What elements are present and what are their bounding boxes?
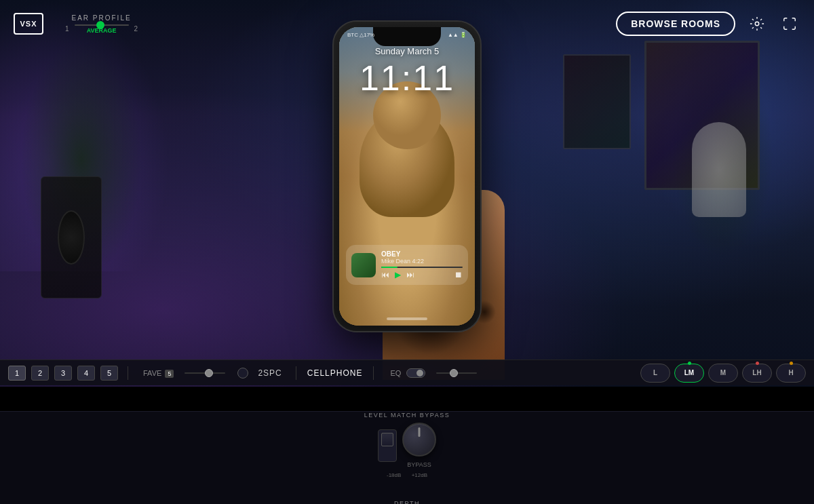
phone-time: 11:11 [339,58,475,98]
speaker-mode-lh-dot [756,362,759,365]
ear-profile-max: 2 [134,25,138,33]
ear-profile-label: EAR PROFILE [71,14,131,22]
depth-section: DEPTH LOW FULL [383,500,431,504]
phone-date: Sunday March 5 [339,46,475,56]
level-knob[interactable] [402,423,436,457]
ear-profile-track[interactable] [75,24,129,26]
music-play[interactable]: ▶ [395,270,401,279]
fullscreen-button[interactable] [779,13,800,35]
speaker-mode-h-dot [790,362,793,365]
settings-button[interactable] [746,13,768,35]
background-scene: BTC △17% ▲▲ 🔋 Sunday March 5 11:11 OBEY … [0,0,814,387]
eq-toggle-knob [416,370,423,376]
music-album-art [351,253,376,277]
svg-point-0 [755,22,759,26]
level-match-min: -18dB [387,472,401,478]
speaker-mode-h[interactable]: H [776,364,806,383]
preset-2-button[interactable]: 2 [31,366,49,381]
browse-rooms-button[interactable]: BROWSE ROOMS [616,12,735,36]
mode-cellphone-label: CELLPHONE [307,368,363,378]
transport-slider-thumb[interactable] [205,369,213,377]
transport-slider[interactable] [185,372,225,374]
speaker-mode-l[interactable]: L [640,364,670,383]
music-title: OBEY [381,250,463,258]
eq-toggle[interactable] [406,368,425,378]
controls-panel: LEVEL MATCH BYPASS BYPASS -18dB +12dB DE… [0,411,814,504]
music-stop[interactable]: ⏹ [454,270,463,279]
preset-5-button[interactable]: 5 [100,366,118,381]
speaker-mode-lh[interactable]: LH [742,364,772,383]
fave-num: 5 [165,370,174,378]
speaker-mode-lm[interactable]: LM [674,364,704,383]
ear-profile-min: 1 [65,25,69,33]
preset-1-button[interactable]: 1 [8,366,26,381]
music-next[interactable]: ⏭ [406,270,414,279]
fave-label: FAVE 5 [143,369,174,377]
music-artist: Mike Dean 4:22 [381,258,463,265]
transport-bar: 1 2 3 4 5 FAVE 5 2SPC CELLPHONE EQ [0,360,814,385]
music-info: OBEY Mike Dean 4:22 ⏮ ▶ ⏭ [381,250,463,279]
bypass-switch[interactable] [378,429,397,462]
vsx-logo: VSX [14,13,43,35]
speaker-mode-group: L LM M LH H [640,364,806,383]
level-match-bypass-label: LEVEL MATCH BYPASS [364,412,450,419]
music-prev[interactable]: ⏮ [381,270,389,279]
mode-2spc-label: 2SPC [258,368,282,378]
preset-4-button[interactable]: 4 [77,366,95,381]
phone-container: BTC △17% ▲▲ 🔋 Sunday March 5 11:11 OBEY … [292,20,522,380]
ear-profile-section: EAR PROFILE 1 AVERAGE 2 [65,14,138,34]
bypass-label: BYPASS [407,461,431,468]
level-match-bypass-section: LEVEL MATCH BYPASS BYPASS -18dB +12dB [364,412,450,478]
phone-music-player: OBEY Mike Dean 4:22 ⏮ ▶ ⏭ [346,245,468,285]
level-match-range: -18dB +12dB [387,472,427,478]
speaker-mode-lm-dot [688,362,691,365]
phone-body: BTC △17% ▲▲ 🔋 Sunday March 5 11:11 OBEY … [332,20,482,332]
mode-indicator-dot [237,368,248,379]
preset-3-button[interactable]: 3 [54,366,72,381]
speaker-mode-m[interactable]: M [708,364,738,383]
eq-slider-thumb[interactable] [450,369,458,377]
header: VSX EAR PROFILE 1 AVERAGE 2 BROWSE ROOMS [0,0,814,47]
ear-profile-thumb[interactable] [96,21,104,29]
phone-screen: BTC △17% ▲▲ 🔋 Sunday March 5 11:11 OBEY … [339,27,475,326]
depth-label: DEPTH [394,500,420,504]
ear-profile-slider[interactable]: 1 AVERAGE 2 [65,24,138,34]
level-match-max: +12dB [412,472,427,478]
bypass-knob [381,433,393,446]
eq-slider[interactable] [436,372,477,374]
header-right: BROWSE ROOMS [616,12,800,36]
app: BTC △17% ▲▲ 🔋 Sunday March 5 11:11 OBEY … [0,0,814,504]
eq-label: EQ [390,369,401,377]
